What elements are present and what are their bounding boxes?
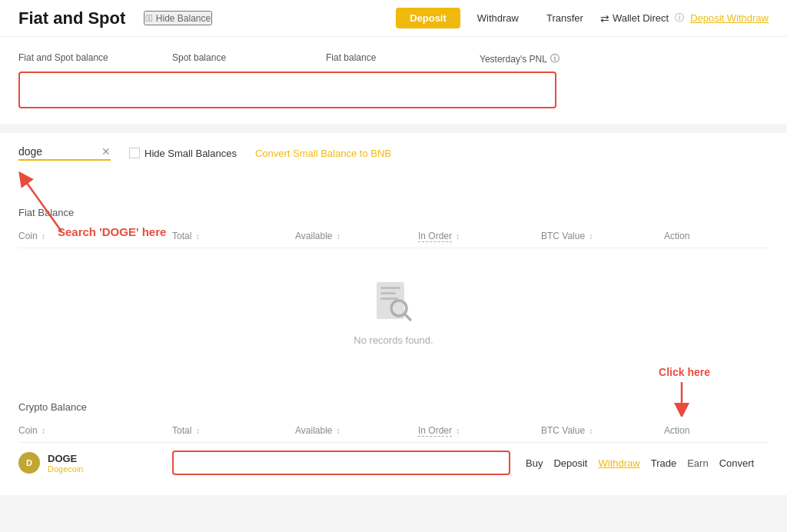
transfer-button[interactable]: Transfer [536,8,594,28]
no-records-text: No records found. [354,334,433,346]
page-title: Fiat and Spot [18,8,125,28]
doge-fullname[interactable]: Dogecoin [48,464,163,474]
spot-balance-label: Spot balance [172,52,326,65]
crypto-btc-sort-icon[interactable]: ↕ [589,427,593,435]
crypto-total-sort-icon[interactable]: ↕ [196,427,200,435]
hide-small-label: Hide Small Balances [144,148,237,159]
wallet-direct-button[interactable]: ⇄ Wallet Direct [600,12,669,25]
crypto-balance-section: Click here Crypto Balance Coin ↕ Total ↕ [0,389,787,495]
inorder-sort-icon[interactable]: ↕ [456,232,460,241]
earn-link[interactable]: Earn [687,457,708,469]
pnl-label: Yesterday's PNL ⓘ [480,52,560,65]
balance-values-box [18,71,556,108]
fiat-table-header: Coin ↕ Total ↕ Available ↕ In Order ↕ BT… [18,224,769,248]
wallet-direct-icon: ⇄ [600,12,609,25]
no-records-section: No records found. [18,248,769,377]
deposit-link[interactable]: Deposit [553,457,587,469]
fiat-balance-title: Fiat Balance [18,207,769,218]
hide-small-checkbox[interactable] [129,148,140,158]
search-wrap: ✕ [18,145,111,161]
crypto-balance-title: Crypto Balance [18,401,769,413]
deposit-withdraw-link[interactable]: Deposit Withdraw [690,12,769,24]
available-sort-icon[interactable]: ↕ [337,232,340,241]
crypto-available-sort-icon[interactable]: ↕ [337,427,340,435]
svg-rect-2 [380,287,400,289]
doge-action-links: Buy Deposit Withdraw Trade Earn Convert [526,457,754,469]
doge-symbol: DOGE [48,453,163,464]
search-input[interactable] [18,145,111,158]
table-row: D DOGE Dogecoin Buy Deposit Withdraw Tra… [18,443,769,483]
deposit-button[interactable]: Deposit [396,8,460,28]
svg-line-6 [404,314,410,320]
svg-rect-3 [380,292,396,294]
crypto-inorder-sort-icon[interactable]: ↕ [456,427,460,435]
convert-small-balance-link[interactable]: Convert Small Balance to BNB [255,148,391,159]
info-icon[interactable]: ⓘ [675,12,684,25]
fiat-spot-balance-label: Fiat and Spot balance [18,52,172,65]
buy-link[interactable]: Buy [526,457,543,469]
fiat-balance-label: Fiat balance [326,52,480,65]
doge-values-box [172,451,510,475]
clear-search-button[interactable]: ✕ [101,145,111,158]
convert-link-action[interactable]: Convert [719,457,755,469]
crypto-table-header: Coin ↕ Total ↕ Available ↕ In Order ↕ BT… [18,419,769,443]
doge-coin-icon: D [18,452,40,474]
hide-small-balances-checkbox-wrap[interactable]: Hide Small Balances [129,148,237,159]
withdraw-button[interactable]: Withdraw [467,8,530,28]
withdraw-link[interactable]: Withdraw [598,457,639,469]
balance-section: Fiat and Spot balance Spot balance Fiat … [0,37,787,124]
eye-slash-icon: 👁⃠ [145,12,153,24]
hide-balance-button[interactable]: 👁⃠ Hide Balance [144,11,212,25]
pnl-info-icon[interactable]: ⓘ [550,52,560,65]
btc-sort-icon[interactable]: ↕ [589,232,593,241]
crypto-coin-sort-icon[interactable]: ↕ [42,427,45,435]
trade-link[interactable]: Trade [651,457,676,469]
svg-rect-4 [380,298,398,300]
total-sort-icon[interactable]: ↕ [196,232,200,241]
no-records-illustration [370,279,417,325]
coin-sort-icon[interactable]: ↕ [42,232,45,241]
search-section: ✕ Hide Small Balances Convert Small Bala… [0,133,787,389]
